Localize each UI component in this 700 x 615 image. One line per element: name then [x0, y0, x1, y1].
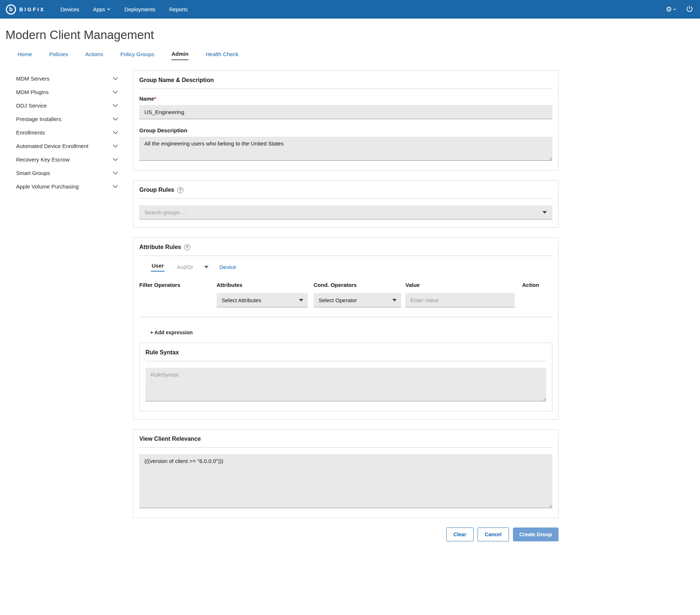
- dropdown-caret-icon: [299, 299, 303, 301]
- power-icon: [686, 5, 693, 14]
- chevron-down-icon: [113, 144, 118, 148]
- chevron-down-icon: [113, 104, 118, 107]
- chevron-down-icon: [113, 117, 118, 121]
- sidebar-item-smart-groups[interactable]: Smart Groups: [16, 166, 118, 180]
- tab-device[interactable]: Device: [219, 264, 236, 270]
- search-groups-input[interactable]: [139, 205, 552, 219]
- chevron-down-icon: [673, 8, 676, 11]
- sidebar-item-recovery-key-escrow[interactable]: Recovery Key Escrow: [16, 153, 118, 166]
- nav-item-apps-label: Apps: [93, 7, 105, 12]
- section-title: Group Name & Description: [139, 77, 214, 83]
- chevron-down-icon: [113, 171, 118, 175]
- sidebar-item-label: Prestage Installers: [16, 116, 61, 122]
- nav-item-deployments[interactable]: Deployments: [124, 7, 155, 12]
- tab-policies[interactable]: Policies: [49, 51, 68, 60]
- column-header-attributes: Attributes: [217, 280, 314, 293]
- sidebar-item-automated-device-enrollment[interactable]: Automated Device Enrollment: [16, 139, 118, 153]
- rule-syntax-textarea[interactable]: [145, 368, 546, 401]
- chevron-down-icon: [113, 158, 118, 161]
- attribute-rule-table: Filter Operators Attributes Cond. Operat…: [139, 280, 552, 310]
- divider: [145, 361, 546, 361]
- divider: [139, 447, 552, 448]
- tab-policy-groups[interactable]: Policy Groups: [120, 51, 154, 60]
- help-icon[interactable]: ?: [184, 244, 190, 250]
- group-description-textarea[interactable]: All the engineering users who belong to …: [139, 137, 552, 161]
- chevron-down-icon: [113, 77, 118, 80]
- bigfix-logo[interactable]: b BIGFIX: [6, 4, 45, 15]
- settings-button[interactable]: ⚙: [666, 6, 676, 13]
- sidebar-item-label: MDM Plugins: [16, 89, 48, 95]
- chevron-down-icon: [113, 185, 118, 188]
- tab-health-check[interactable]: Health Check: [206, 51, 238, 60]
- column-header-action: Action: [522, 280, 552, 293]
- page-tabs: Home Policies Actions Policy Groups Admi…: [18, 51, 700, 60]
- action-cell: [522, 300, 552, 303]
- group-rules-card: Group Rules ?: [133, 180, 559, 228]
- attribute-rule-tabs: User And/Or Device: [151, 262, 552, 272]
- client-relevance-textarea[interactable]: (((version of client >= "6.0.0.0"))): [139, 454, 552, 508]
- cancel-button[interactable]: Cancel: [478, 528, 509, 541]
- nav-item-reports[interactable]: Reports: [169, 7, 188, 12]
- section-title: Attribute Rules: [139, 244, 181, 250]
- dropdown-caret-icon: [392, 299, 397, 301]
- gear-icon: ⚙: [666, 6, 672, 13]
- tab-actions[interactable]: Actions: [85, 51, 103, 60]
- group-name-input[interactable]: [139, 105, 552, 119]
- select-operator-label: Select Operator: [319, 297, 357, 303]
- required-asterisk: *: [154, 96, 156, 102]
- sidebar-item-label: Smart Groups: [16, 170, 50, 176]
- section-title: Group Rules: [139, 187, 174, 193]
- sidebar-item-mdm-plugins[interactable]: MDM Plugins: [16, 85, 118, 99]
- logout-button[interactable]: [686, 5, 693, 14]
- brand-name: BIGFIX: [19, 7, 45, 12]
- column-header-cond-operators: Cond. Operators: [314, 280, 405, 293]
- attribute-rules-card: Attribute Rules ? User And/Or Device Fil…: [133, 237, 559, 420]
- chevron-down-icon: [113, 90, 118, 94]
- add-expression-button[interactable]: + Add expression: [150, 330, 193, 335]
- sidebar-item-label: ODJ Service: [16, 102, 47, 109]
- rule-syntax-title: Rule Syntax: [145, 349, 546, 356]
- footer-actions: Clear Cancel Create Group: [133, 528, 559, 541]
- name-label-text: Name: [139, 96, 154, 102]
- dropdown-caret-icon[interactable]: [542, 211, 547, 214]
- sidebar-item-mdm-servers[interactable]: MDM Servers: [16, 72, 118, 85]
- tab-user[interactable]: User: [151, 262, 164, 272]
- group-description-label: Group Description: [139, 127, 552, 133]
- divider: [139, 198, 552, 199]
- andor-label: And/Or: [177, 264, 193, 270]
- help-icon[interactable]: ?: [177, 187, 183, 193]
- select-attributes-dropdown[interactable]: Select Attributes: [217, 293, 308, 307]
- clear-button[interactable]: Clear: [446, 528, 474, 541]
- chevron-down-icon: [107, 8, 110, 11]
- sidebar-item-label: Recovery Key Escrow: [16, 156, 70, 163]
- create-group-button[interactable]: Create Group: [513, 528, 559, 541]
- topbar-right: ⚙: [666, 5, 693, 14]
- column-header-filter-operators: Filter Operators: [139, 280, 217, 293]
- divider: [139, 256, 552, 256]
- sidebar-item-label: Apple Volume Purchasing: [16, 183, 79, 190]
- select-attributes-label: Select Attributes: [222, 297, 261, 303]
- filter-operators-cell: [139, 300, 217, 303]
- rule-syntax-card: Rule Syntax: [139, 343, 552, 411]
- value-input[interactable]: [405, 293, 515, 307]
- andor-dropdown[interactable]: And/Or: [177, 264, 208, 270]
- tab-admin[interactable]: Admin: [171, 51, 188, 60]
- select-operator-dropdown[interactable]: Select Operator: [314, 293, 401, 307]
- name-label: Name*: [139, 96, 552, 102]
- nav-item-devices[interactable]: Devices: [61, 7, 79, 12]
- tab-home[interactable]: Home: [18, 51, 32, 60]
- sidebar-item-label: Enrollments: [16, 129, 45, 136]
- nav-item-apps[interactable]: Apps: [93, 7, 110, 12]
- chevron-down-icon: [113, 131, 118, 134]
- client-relevance-card: View Client Relevance (((version of clie…: [133, 429, 559, 518]
- top-bar: b BIGFIX Devices Apps Deployments Report…: [0, 0, 700, 19]
- sidebar-item-enrollments[interactable]: Enrollments: [16, 126, 118, 139]
- divider: [139, 317, 552, 317]
- main-content: Group Name & Description Name* Group Des…: [133, 70, 559, 563]
- sidebar-item-apple-volume-purchasing[interactable]: Apple Volume Purchasing: [16, 180, 118, 193]
- sidebar-item-label: Automated Device Enrollment: [16, 143, 88, 149]
- sidebar-item-prestage-installers[interactable]: Prestage Installers: [16, 112, 118, 126]
- divider: [139, 89, 552, 89]
- sidebar-item-odj-service[interactable]: ODJ Service: [16, 99, 118, 112]
- admin-sidebar: MDM Servers MDM Plugins ODJ Service Pres…: [16, 70, 133, 193]
